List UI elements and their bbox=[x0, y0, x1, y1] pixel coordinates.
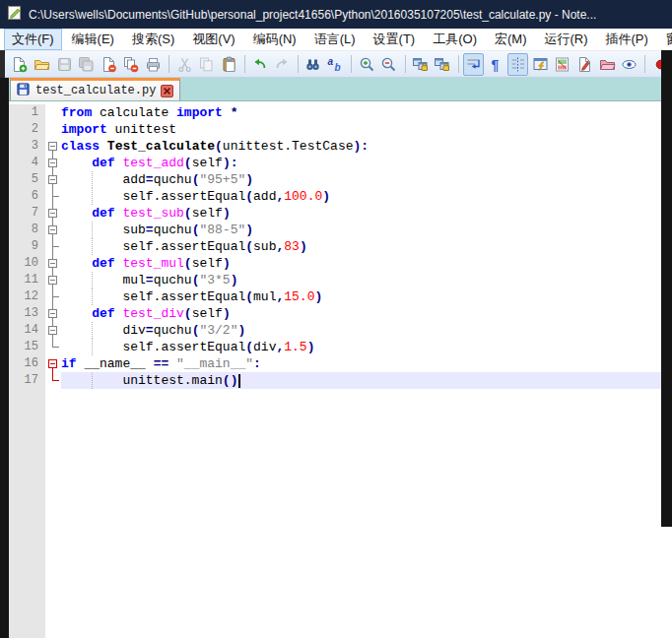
code-text[interactable]: def test_mul(self) bbox=[61, 255, 672, 272]
fold-marker[interactable] bbox=[45, 355, 61, 372]
menu-item-macro[interactable]: 宏(M) bbox=[487, 29, 535, 50]
line-number: 13 bbox=[9, 305, 45, 322]
menu-item-plugins[interactable]: 插件(P) bbox=[598, 29, 656, 50]
toolbar-user-defined-language-button[interactable] bbox=[529, 53, 551, 76]
fold-marker[interactable] bbox=[45, 272, 61, 288]
toolbar-redo-button[interactable] bbox=[272, 53, 294, 76]
token-txt: add bbox=[61, 172, 146, 187]
code-line-1: 1from calculate import * bbox=[9, 104, 672, 121]
fold-marker[interactable] bbox=[45, 238, 61, 255]
token-op: ( bbox=[245, 189, 253, 204]
menu-item-file[interactable]: 文件(F) bbox=[4, 29, 62, 50]
fold-marker[interactable] bbox=[45, 188, 61, 205]
token-op: ) bbox=[314, 289, 322, 304]
code-text[interactable]: self.assertEqual(sub,83) bbox=[61, 238, 672, 255]
fold-marker[interactable] bbox=[45, 121, 61, 138]
toolbar-cut-button[interactable] bbox=[173, 53, 195, 76]
code-text[interactable]: from calculate import * bbox=[61, 104, 672, 121]
fold-marker[interactable] bbox=[45, 171, 61, 188]
code-line-11: 11 mul=quchu("3*5) bbox=[9, 272, 672, 288]
token-txt: div bbox=[253, 340, 276, 354]
toolbar-save-button[interactable] bbox=[53, 53, 75, 76]
fold-marker[interactable] bbox=[45, 222, 61, 238]
toolbar-sync-vertical-scroll-button[interactable] bbox=[409, 53, 431, 76]
code-text[interactable]: self.assertEqual(add,100.0) bbox=[61, 188, 672, 205]
line-number: 14 bbox=[9, 322, 45, 339]
toolbar-document-monitor-button[interactable] bbox=[619, 53, 640, 76]
code-line-17: 17 unittest.main() bbox=[9, 372, 672, 389]
toolbar-paste-button[interactable] bbox=[218, 53, 239, 76]
line-number-margin bbox=[9, 389, 45, 638]
toolbar-word-wrap-button[interactable] bbox=[463, 53, 485, 76]
toolbar-close-all-button[interactable] bbox=[120, 53, 142, 76]
fold-marker[interactable] bbox=[45, 104, 61, 121]
code-text[interactable]: sub=quchu("88-5") bbox=[61, 222, 672, 238]
fold-marker-shape bbox=[50, 330, 55, 331]
menu-item-run[interactable]: 运行(R) bbox=[536, 29, 595, 50]
code-text[interactable]: unittest.main() bbox=[61, 372, 672, 389]
toolbar-copy-button[interactable] bbox=[196, 53, 218, 76]
menu-item-encoding[interactable]: 编码(N) bbox=[245, 29, 304, 50]
code-text[interactable]: add=quchu("95+5") bbox=[61, 171, 672, 188]
code-text[interactable]: if __name__ == "__main__": bbox=[61, 355, 672, 372]
code-area-empty[interactable] bbox=[61, 389, 672, 638]
toolbar-zoom-in-button[interactable] bbox=[356, 53, 377, 76]
sync-horizontal-scroll-icon bbox=[434, 56, 450, 73]
toolbar-undo-button[interactable] bbox=[249, 53, 271, 76]
menu-item-search[interactable]: 搜索(S) bbox=[124, 29, 182, 50]
toolbar-save-all-button[interactable] bbox=[76, 53, 98, 76]
code-text[interactable]: mul=quchu("3*5) bbox=[61, 272, 672, 288]
fold-marker[interactable] bbox=[45, 305, 61, 322]
token-fn: test_add bbox=[122, 156, 183, 170]
fold-marker[interactable] bbox=[45, 255, 61, 272]
toolbar-new-file-button[interactable] bbox=[9, 53, 31, 76]
tab-close-icon[interactable] bbox=[161, 85, 173, 97]
notepadpp-app-icon[interactable] bbox=[7, 5, 23, 25]
menu-item-edit[interactable]: 编辑(E) bbox=[64, 29, 122, 50]
token-op: ( bbox=[184, 306, 192, 321]
fold-marker[interactable] bbox=[45, 205, 61, 222]
token-txt: unittest.TestCase bbox=[223, 139, 354, 154]
toolbar-function-list-button[interactable] bbox=[574, 53, 596, 76]
toolbar-folder-as-workspace-button[interactable] bbox=[596, 53, 618, 76]
token-txt: add bbox=[253, 189, 276, 204]
toolbar-sync-horizontal-scroll-button[interactable] bbox=[432, 53, 453, 76]
fold-marker[interactable] bbox=[45, 339, 61, 355]
line-number: 6 bbox=[9, 188, 45, 205]
toolbar-print-button[interactable] bbox=[143, 53, 165, 76]
code-text[interactable]: def test_div(self) bbox=[61, 305, 672, 322]
menu-item-settings[interactable]: 设置(T) bbox=[366, 29, 424, 50]
token-kw: def bbox=[92, 256, 114, 271]
code-text[interactable]: import unittest bbox=[61, 121, 672, 138]
menu-item-tools[interactable]: 工具(O) bbox=[425, 29, 485, 50]
code-text[interactable]: self.assertEqual(mul,15.0) bbox=[61, 288, 672, 305]
menu-item-window[interactable]: 窗口(W) bbox=[658, 29, 672, 50]
toolbar-document-map-button[interactable] bbox=[552, 53, 573, 76]
title-bar[interactable]: C:\Users\wells\Documents\GitHub\personal… bbox=[0, 0, 672, 29]
fold-marker[interactable] bbox=[45, 155, 61, 171]
code-text[interactable]: self.assertEqual(div,1.5) bbox=[61, 339, 672, 355]
token-op: ( bbox=[245, 289, 253, 304]
toolbar-close-file-button[interactable] bbox=[98, 53, 119, 76]
menu-item-view[interactable]: 视图(V) bbox=[184, 29, 242, 50]
fold-marker[interactable] bbox=[45, 322, 61, 339]
toolbar-replace-button[interactable]: ab bbox=[325, 53, 347, 76]
code-text[interactable]: def test_add(self): bbox=[61, 155, 672, 171]
toolbar-open-file-button[interactable] bbox=[32, 53, 53, 76]
toolbar-show-all-characters-button[interactable]: ¶ bbox=[485, 53, 506, 76]
toolbar-indent-guide-button[interactable] bbox=[507, 53, 529, 76]
token-kw: def bbox=[92, 156, 114, 170]
menu-item-language[interactable]: 语言(L) bbox=[306, 29, 364, 50]
tab-test-calculate[interactable]: test_calculate.py bbox=[10, 78, 180, 100]
fold-marker[interactable] bbox=[45, 138, 61, 155]
code-text[interactable]: div=quchu("3/2") bbox=[61, 322, 672, 339]
token-txt: mul bbox=[61, 273, 146, 287]
token-op: ) bbox=[231, 273, 238, 287]
toolbar-zoom-out-button[interactable] bbox=[378, 53, 400, 76]
fold-marker[interactable] bbox=[45, 372, 61, 389]
code-text[interactable]: class Test_calculate(unittest.TestCase): bbox=[61, 138, 672, 155]
toolbar-find-button[interactable] bbox=[302, 53, 324, 76]
indent-guide-line bbox=[92, 222, 93, 238]
code-text[interactable]: def test_sub(self) bbox=[61, 205, 672, 222]
fold-marker[interactable] bbox=[45, 288, 61, 305]
